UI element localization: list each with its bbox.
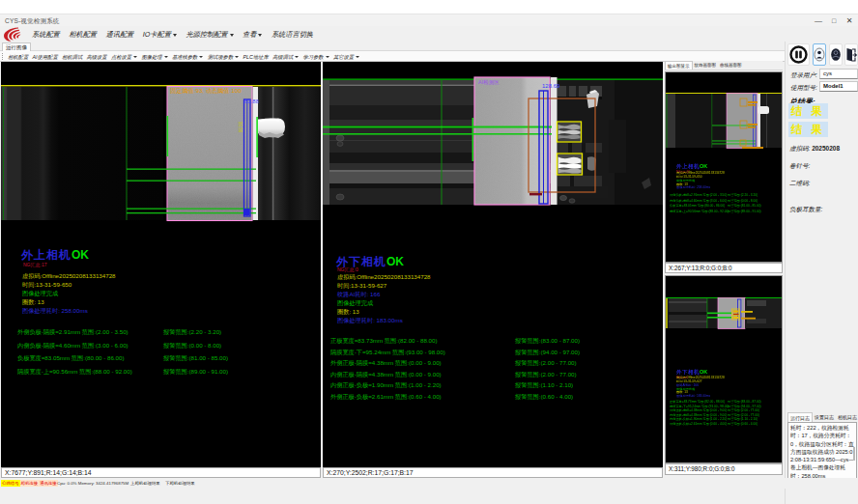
chevron-down-icon — [295, 56, 299, 58]
pause-button[interactable] — [787, 43, 810, 66]
close-icon[interactable]: ✕ — [843, 15, 856, 26]
camera-caption: 外上相机 — [21, 248, 72, 262]
login-user-label: 登录用户: — [790, 71, 817, 80]
foil-tab-box-1 — [558, 122, 582, 142]
mini-camera-image-lower — [666, 276, 782, 330]
exit-button[interactable] — [844, 43, 858, 66]
ng-total-label: NG汇总:17 — [23, 262, 46, 267]
login-user-input[interactable]: cys — [819, 69, 858, 79]
menu-item-camera-config[interactable]: 相机配置 — [69, 30, 97, 40]
window-title: CYS-视觉检测系统 — [5, 17, 60, 26]
model-input[interactable]: Model1 — [819, 81, 858, 92]
measure-row: 正极宽度=83.73mm 范围:(82.00 - 88.00) — [330, 337, 438, 346]
mini-measure-row: 隔膜宽度-上=90.56mm 范围:(88.00 - 92.00) — [670, 210, 729, 214]
alarm-range: 报警范围:(0.60 - 4.00) — [515, 393, 573, 402]
toolbar-item-camera-config[interactable]: 相机配置 — [8, 54, 28, 61]
elapsed-line: 图像处理耗时: 183.00ms — [337, 317, 403, 325]
menu-item-io-card-config[interactable]: IO卡配置 — [143, 30, 177, 40]
mini-tab-curve[interactable]: 曲线画面图 — [718, 61, 744, 70]
turns-line: 圈数: 13 — [22, 298, 44, 307]
menu-item-system-config[interactable]: 系统配置 — [32, 30, 60, 40]
alarm-range: 报警范围:(83.00 - 87.00) — [515, 337, 580, 346]
camera-view-upper[interactable]: 固定阈值:93, 动态阈值:100 83.88 90.56 外上相机OK NG汇… — [1, 62, 321, 467]
camera-image-upper — [1, 62, 321, 467]
menu-item-light-control-config[interactable]: 光源控制配置 — [186, 30, 233, 40]
alarm-range: 报警范围:(1.10 - 2.10) — [515, 381, 573, 390]
log-scrollbar[interactable] — [853, 447, 855, 461]
ai-region-label: AI检测区 — [478, 79, 500, 86]
neg-tab-count-label: 负极耳数量: — [789, 206, 822, 214]
toolbar-item-advanced-debug[interactable]: 高级调试 — [272, 54, 299, 61]
mini-caption: 外上相机 — [676, 163, 700, 169]
toolbar-item-learning-params[interactable]: 学习参数 — [302, 54, 329, 61]
heartbeat-status-badge: 心跳信号 — [1, 480, 20, 487]
mini-tab-output[interactable]: 输出图显示 — [665, 61, 693, 70]
time-line: 时间:13-31-59-650 — [22, 281, 72, 290]
elapsed-line: 图像处理耗时: 258.00ms — [22, 307, 88, 316]
toolbar-item-baseline-params[interactable]: 基准线参数 — [172, 54, 203, 61]
result-badge-upper: 结 果 — [788, 103, 828, 119]
alarm-range: 报警范围:(2.00 - 77.00) — [515, 359, 577, 368]
threshold-overlay-text: 固定阈值:93, 动态阈值:100 — [170, 87, 242, 96]
mini-measure-row: 外侧负极-隔膜=2.91mm 范围:(2.00 - 3.50) — [670, 193, 727, 198]
lock-button[interactable] — [829, 43, 843, 66]
mini-camera-view-lower[interactable]: 外下相机OK NG汇总:0 虚拟码:Offline202502081331347… — [665, 275, 783, 463]
measure-row: 负极宽度=83.05mm 范围:(80.00 - 86.00) — [17, 354, 125, 363]
toolbar-item-plc-address[interactable]: PLC地址库 — [243, 54, 268, 61]
log-tab-run[interactable]: 运行日志 — [787, 412, 813, 422]
run-log-output[interactable]: 耗时：222，纹路检测耗时：17，纹路分类耗时：0，纹路提取分区耗时：直方图提取… — [787, 422, 857, 480]
virtual-code-line: 虚拟码:Offline20250208133134728 — [22, 272, 116, 281]
status-bar: 心跳信号 相机连接 通讯连接 Cpu: 0.0% Memory: 3424.41… — [0, 478, 858, 489]
toolbar-item-image-processing[interactable]: 图像处理 — [141, 54, 167, 61]
measure-row: 内侧正极-负极=1.90mm 范围:(1.00 - 2.20) — [330, 381, 442, 390]
chevron-down-icon — [258, 34, 262, 37]
coord-bar-mini-lower: X:311;Y:980;R:0;G:0;B:0 — [665, 463, 783, 475]
time-line: 时间:13-31-59-627 — [337, 282, 386, 291]
maximize-icon[interactable]: □ — [827, 15, 841, 26]
mini-caption: 外下相机 — [676, 369, 700, 375]
mini-ok: OK — [700, 369, 707, 375]
mini-alarm: 报警范围:(0.00 - 8.00) — [728, 199, 758, 204]
measure-row: 外侧正极-负极=2.61mm 范围:(0.60 - 4.00) — [330, 393, 442, 402]
chevron-down-icon — [133, 56, 137, 58]
side-panel: 登录用户: cys 使用型号: Model1 总结果: 结 果 结 果 虚拟码:… — [785, 42, 858, 504]
result-badge-lower: 结 果 — [788, 122, 828, 137]
chevron-down-icon — [164, 56, 168, 58]
toolbar-item-other-settings[interactable]: 其它设置 — [333, 54, 359, 61]
model-label: 使用型号: — [790, 84, 817, 93]
menu-bar: 系统配置 相机配置 通讯配置 IO卡配置 光源控制配置 查看 系统语言切换 — [0, 26, 858, 42]
mini-tab-texture[interactable]: 纹路画面图 — [693, 61, 719, 70]
alarm-range: 报警范围:(81.00 - 85.00) — [163, 354, 228, 363]
toolbar-item-camera-debug[interactable]: 相机调试 — [62, 54, 82, 61]
measure-row: 隔膜宽度-下=95.24mm 范围:(93.00 - 98.00) — [330, 349, 445, 357]
mini-ok: OK — [700, 163, 707, 169]
menu-item-language-switch[interactable]: 系统语言切换 — [272, 30, 313, 40]
log-tab-camera[interactable]: 相机日志 — [836, 412, 858, 422]
toolbar-item-spot-check[interactable]: 点检设置 — [111, 54, 137, 61]
virtual-code-line: 虚拟码:Offline20250208133134728 — [337, 273, 431, 282]
lower-camera-result-status: 下相机处理结果 — [164, 480, 196, 487]
log-tab-settings[interactable]: 设置日志 — [813, 412, 836, 422]
virtual-code-value: 20250208 — [812, 145, 840, 152]
alarm-range: 报警范围:(2.00 - 77.00) — [515, 371, 577, 379]
menu-item-comm-config[interactable]: 通讯配置 — [106, 30, 134, 40]
ai-time-line: 纹路AI耗时: 166 — [337, 291, 380, 299]
minimize-icon[interactable]: — — [812, 15, 825, 26]
mini-alarm: 报警范围:(89.00 - 91.00) — [728, 210, 761, 214]
comm-status-badge: 通讯连接 — [39, 480, 58, 487]
measure-row: 外侧负极-隔膜=2.91mm 范围:(2.00 - 3.50) — [17, 328, 129, 337]
toolbar-item-test-params[interactable]: 测试项参数 — [208, 54, 239, 61]
mini-alarm: 报警范围:(2.20 - 3.20) — [728, 193, 758, 198]
menu-item-view[interactable]: 查看 — [243, 30, 262, 40]
toolbar-item-ai-use-config[interactable]: AI使用配置 — [32, 54, 57, 61]
toolbar-item-advanced-settings[interactable]: 高级设置 — [86, 54, 106, 61]
tab-run-image[interactable]: 运行图像 — [2, 42, 31, 51]
mini-camera-view-upper[interactable]: 外上相机OK NG汇总:17 虚拟码:Offline20250208133134… — [665, 71, 783, 263]
alarm-range: 报警范围:(89.00 - 91.00) — [163, 368, 228, 377]
chevron-down-icon — [356, 56, 359, 58]
camera-view-lower[interactable]: AI检测区 128.69 外下相机OK NG汇总:0 虚拟码:Offline20… — [323, 62, 663, 467]
alarm-range: 报警范围:(0.00 - 8.00) — [163, 342, 221, 350]
measure-value-overlay: 83.88 — [244, 98, 259, 104]
result-ok-label: OK — [72, 248, 89, 262]
login-user-button[interactable] — [813, 43, 826, 66]
